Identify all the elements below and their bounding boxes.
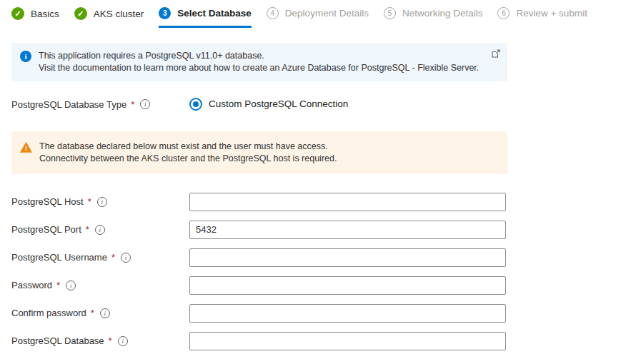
postgres-port-row: PostgreSQL Port* i (11, 221, 636, 239)
db-type-label-text: PostgreSQL Database Type (11, 99, 126, 110)
warning-banner: ! The database declared below must exist… (11, 131, 507, 174)
required-asterisk: * (131, 99, 134, 110)
field-label-text: Password (11, 280, 52, 290)
postgres-host-label: PostgreSQL Host* i (11, 196, 189, 207)
tab-label: Select Database (177, 8, 252, 19)
field-label-text: Confirm password (11, 308, 86, 318)
tab-aks-cluster[interactable]: ✓ AKS cluster (74, 7, 144, 29)
info-tooltip-icon[interactable]: i (118, 336, 128, 346)
info-banner-line1: This application requires a PostgreSQL v… (39, 50, 479, 62)
confirm-password-input[interactable] (189, 304, 506, 323)
postgres-database-label: PostgreSQL Database* i (11, 335, 189, 346)
info-banner: i This application requires a PostgreSQL… (11, 43, 507, 81)
step-number-icon: 5 (384, 7, 396, 19)
postgres-username-input[interactable] (189, 248, 506, 267)
radio-button-icon (189, 98, 202, 111)
warning-banner-line1: The database declared below must exist a… (39, 141, 337, 153)
step-number-icon: 6 (497, 7, 510, 19)
required-asterisk: * (91, 308, 94, 318)
tab-label: Review + submit (516, 8, 587, 19)
field-label-text: PostgreSQL Username (11, 252, 107, 263)
info-tooltip-icon[interactable]: i (100, 308, 110, 318)
db-type-label: PostgreSQL Database Type* i (11, 99, 189, 110)
info-tooltip-icon[interactable]: i (66, 280, 76, 290)
field-label-text: PostgreSQL Host (11, 196, 84, 207)
step-number-icon: 4 (267, 7, 279, 19)
postgres-port-input[interactable] (189, 221, 506, 239)
required-asterisk: * (111, 252, 115, 263)
tab-review-submit[interactable]: 6 Review + submit (497, 7, 587, 28)
wizard-tab-bar: ✓ Basics ✓ AKS cluster 3 Select Database… (0, 0, 636, 29)
required-asterisk: * (56, 280, 60, 290)
tab-label: Basics (31, 9, 59, 19)
info-tooltip-icon[interactable]: i (121, 253, 131, 263)
tab-label: Networking Details (402, 8, 483, 19)
warning-banner-line2: Connectivity between the AKS cluster and… (39, 153, 337, 165)
info-tooltip-icon[interactable]: i (97, 197, 107, 207)
step-number-icon: 3 (159, 7, 171, 19)
field-label-text: PostgreSQL Database (11, 335, 104, 346)
tab-label: Deployment Details (285, 8, 369, 19)
external-link-icon[interactable] (492, 49, 500, 58)
required-asterisk: * (86, 224, 89, 235)
postgres-host-row: PostgreSQL Host* i (11, 193, 636, 211)
tab-networking-details[interactable]: 5 Networking Details (384, 7, 483, 28)
info-icon: i (20, 51, 31, 62)
tab-deployment-details[interactable]: 4 Deployment Details (267, 7, 369, 28)
password-row: Password* i (11, 276, 636, 295)
database-form: PostgreSQL Host* i PostgreSQL Port* i Po… (0, 193, 636, 350)
custom-postgres-radio[interactable]: Custom PostgreSQL Connection (189, 98, 348, 111)
db-type-row: PostgreSQL Database Type* i Custom Postg… (11, 99, 636, 111)
tab-label: AKS cluster (94, 9, 144, 19)
warning-icon: ! (20, 142, 32, 153)
info-banner-line2: Visit the documentation to learn more ab… (39, 62, 479, 74)
warning-banner-text: The database declared below must exist a… (39, 141, 337, 165)
postgres-database-input[interactable] (189, 332, 506, 350)
tab-select-database[interactable]: 3 Select Database (159, 7, 252, 28)
info-tooltip-icon[interactable]: i (95, 225, 105, 235)
password-label: Password* i (11, 280, 189, 290)
postgres-port-label: PostgreSQL Port* i (11, 224, 189, 235)
postgres-database-row: PostgreSQL Database* i (11, 332, 636, 350)
info-tooltip-icon[interactable]: i (140, 99, 150, 109)
radio-dot (193, 101, 199, 107)
confirm-password-row: Confirm password* i (11, 304, 636, 323)
postgres-username-row: PostgreSQL Username* i (11, 248, 636, 267)
check-circle-icon: ✓ (74, 7, 87, 20)
field-label-text: PostgreSQL Port (11, 224, 81, 235)
radio-label: Custom PostgreSQL Connection (209, 98, 348, 109)
tab-basics[interactable]: ✓ Basics (11, 7, 59, 29)
check-circle-icon: ✓ (11, 7, 24, 20)
info-banner-text: This application requires a PostgreSQL v… (39, 50, 479, 74)
password-input[interactable] (189, 276, 506, 295)
postgres-host-input[interactable] (189, 193, 506, 211)
confirm-password-label: Confirm password* i (11, 308, 189, 318)
required-asterisk: * (109, 335, 112, 346)
required-asterisk: * (88, 196, 91, 207)
postgres-username-label: PostgreSQL Username* i (11, 252, 189, 263)
